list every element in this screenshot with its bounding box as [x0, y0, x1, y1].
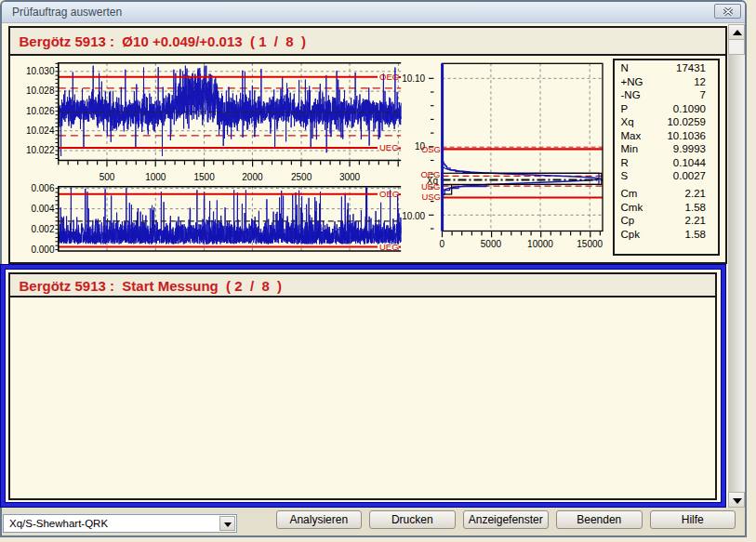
- svg-text:10.10: 10.10: [402, 73, 425, 84]
- svg-text:0.006: 0.006: [31, 183, 54, 193]
- svg-text:USG: USG: [421, 192, 441, 202]
- svg-text:10.022: 10.022: [25, 145, 54, 155]
- svg-text:OEG: OEG: [379, 189, 399, 199]
- svg-text:UEG: UEG: [379, 142, 399, 152]
- svg-text:UEG: UEG: [379, 242, 399, 252]
- svg-text:1000: 1000: [145, 172, 166, 182]
- svg-text:OEG: OEG: [379, 72, 399, 82]
- svg-text:500: 500: [99, 172, 114, 182]
- svg-text:10000: 10000: [527, 239, 553, 249]
- svg-text:0: 0: [439, 239, 444, 249]
- svg-text:0.000: 0.000: [31, 245, 54, 255]
- svg-text:10.00: 10.00: [402, 211, 425, 221]
- svg-text:2000: 2000: [242, 172, 263, 182]
- svg-text:10.026: 10.026: [25, 106, 54, 116]
- svg-text:0.002: 0.002: [31, 224, 54, 234]
- svg-text:OSG: OSG: [420, 144, 440, 154]
- svg-text:1500: 1500: [193, 172, 215, 182]
- svg-text:10.024: 10.024: [25, 126, 54, 136]
- svg-text:10.030: 10.030: [25, 66, 54, 76]
- svg-text:0.004: 0.004: [31, 204, 54, 214]
- svg-text:UEG: UEG: [420, 181, 440, 192]
- svg-text:5000: 5000: [480, 239, 501, 249]
- svg-text:3000: 3000: [338, 172, 360, 182]
- svg-text:10.028: 10.028: [25, 86, 54, 96]
- svg-text:2500: 2500: [290, 172, 312, 182]
- svg-text:15000: 15000: [577, 239, 603, 249]
